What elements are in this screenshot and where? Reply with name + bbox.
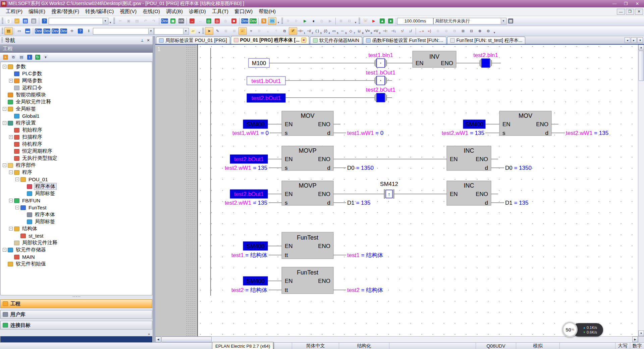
tree-item-21[interactable]: −FunTest bbox=[1, 204, 152, 211]
tab-4[interactable]: 函数/FB标签设置 FunTest [FUN:... bbox=[363, 37, 446, 44]
new-data-icon[interactable]: + bbox=[1, 53, 9, 61]
paste-data-icon[interactable]: ▤ bbox=[17, 53, 25, 61]
fbd-variable-SM400[interactable]: SM400 bbox=[243, 120, 268, 129]
fbd-variable-SM400[interactable]: SM400 bbox=[243, 277, 268, 285]
expand-icon[interactable]: + bbox=[9, 79, 13, 83]
mdi-close-button[interactable]: ✕ bbox=[635, 9, 643, 15]
write-to-plc-icon[interactable]: → bbox=[188, 17, 196, 25]
toolbar-overflow-icon[interactable]: ▾ bbox=[197, 28, 201, 35]
device-monitor-find-icon[interactable]: ▣ bbox=[169, 17, 177, 25]
tree-item-12[interactable]: 待机程序 bbox=[1, 141, 152, 148]
menu-item-9[interactable]: 工具(T) bbox=[209, 7, 231, 16]
tree-item-6[interactable]: 全局软元件注释 bbox=[1, 98, 152, 105]
tree-item-15[interactable]: −程序部件 bbox=[1, 162, 152, 169]
tree-item-9[interactable]: −程序设置 bbox=[1, 119, 152, 127]
panel-button-1[interactable]: 工程 bbox=[0, 299, 152, 308]
vertical-scroll-thumb[interactable] bbox=[639, 51, 644, 81]
toolbar-overflow-icon[interactable]: ▾ bbox=[354, 17, 358, 25]
fbd-variable-test2.bOut1[interactable]: test2.bOut1 bbox=[247, 94, 285, 102]
copy-data-icon[interactable]: ⧉ bbox=[9, 53, 17, 61]
fbd-operand-label[interactable]: D0 = 1350 bbox=[347, 165, 374, 171]
menu-item-6[interactable]: 在线(O) bbox=[140, 7, 163, 16]
simulation-settings-icon[interactable]: ⁙ bbox=[361, 17, 370, 25]
toolbar1-grip[interactable] bbox=[113, 18, 115, 24]
monitor-start-icon[interactable]: ▶ bbox=[301, 17, 309, 25]
vertical-scrollbar[interactable]: ▲ ▼ bbox=[638, 45, 644, 336]
device-display-2-icon[interactable]: Dev bbox=[249, 17, 257, 25]
tree-item-28[interactable]: MAIN bbox=[1, 253, 152, 260]
tree-item-7[interactable]: −全局标签 bbox=[1, 105, 152, 112]
save-project-icon[interactable]: ▤ bbox=[21, 17, 30, 25]
open-project-icon[interactable]: ▱ bbox=[13, 17, 21, 25]
tree-item-14[interactable]: 无执行类型指定 bbox=[1, 155, 152, 162]
falling-closed-contact-icon[interactable]: ↓/ bbox=[406, 27, 415, 35]
toolbar1-grip[interactable] bbox=[281, 18, 283, 24]
collapse-icon[interactable]: − bbox=[3, 65, 6, 68]
fbd-operand-label[interactable]: test1.wW1 = 0 bbox=[232, 130, 269, 136]
panel-chevron[interactable]: » bbox=[0, 332, 153, 336]
fbd-variable-test1.bOut1[interactable]: test1.bOut1 bbox=[247, 77, 285, 85]
refresh-icon[interactable]: ↻ bbox=[34, 53, 42, 61]
scroll-right-arrow[interactable]: ▶ bbox=[632, 337, 638, 342]
insert-row-icon[interactable]: ⫧ bbox=[247, 27, 255, 35]
minimize-button[interactable]: — bbox=[609, 1, 620, 7]
monitor-stop-icon[interactable]: ∎ bbox=[309, 17, 318, 25]
panel-grip[interactable] bbox=[1, 38, 3, 43]
fbd-contact-SM412[interactable]: ↑SM412 bbox=[380, 181, 398, 199]
toolbar1-grip[interactable] bbox=[2, 18, 3, 24]
help-context-icon[interactable]: ? bbox=[76, 27, 85, 35]
collapse-icon[interactable]: − bbox=[3, 163, 6, 167]
tree-item-26[interactable]: 局部软元件注释 bbox=[1, 239, 152, 246]
tree-item-1[interactable]: −参数 bbox=[1, 63, 152, 70]
project-window-toggle-icon[interactable]: ▤ bbox=[4, 27, 13, 35]
fbd-coil-test1.bOut1[interactable]: test1.bOut1 bbox=[366, 69, 395, 85]
expand-icon[interactable]: + bbox=[9, 135, 13, 139]
label-selector[interactable]: ▼ bbox=[93, 28, 154, 35]
fbd-operand-label[interactable]: D1 = 135 bbox=[505, 200, 528, 206]
fbd-operand-label[interactable]: test2.wW1 = 135 bbox=[225, 200, 267, 206]
fbd-coil-test2.bln1[interactable]: test2.bln1 bbox=[473, 52, 498, 67]
mdi-restore-button[interactable]: ❐ bbox=[626, 9, 634, 15]
closed-coil-icon[interactable]: (/)4 bbox=[322, 27, 331, 35]
network-delete-icon[interactable]: ⊟ bbox=[467, 27, 476, 35]
toolbar-overflow-icon[interactable]: ▾ bbox=[492, 28, 496, 35]
fbd-variable-SM400[interactable]: SM400 bbox=[243, 242, 268, 250]
tree-item-16[interactable]: −程序 bbox=[1, 169, 152, 176]
pin-icon[interactable]: ⟂ bbox=[139, 38, 145, 43]
toolbar2-grip[interactable] bbox=[2, 28, 3, 35]
close-button[interactable]: ✕ bbox=[632, 1, 643, 7]
fbd-block-inc[interactable]: INCENENOd bbox=[447, 146, 491, 171]
menu-item-10[interactable]: 窗口(W) bbox=[231, 7, 256, 16]
local-device-exec-combo[interactable]: 局部软元件未执行▼ bbox=[433, 18, 506, 24]
collapse-icon[interactable]: − bbox=[15, 206, 19, 209]
verify-stop-icon[interactable]: ■ bbox=[230, 17, 238, 25]
panel-button-3[interactable]: 连接目标 bbox=[0, 321, 152, 330]
collapse-icon[interactable]: − bbox=[3, 107, 6, 111]
closed-contact-icon[interactable]: ⊣/2 bbox=[306, 27, 314, 35]
tree-item-27[interactable]: −软元件存储器 bbox=[1, 246, 152, 253]
rising-closed-contact-icon[interactable]: ↑/ bbox=[398, 27, 406, 35]
fbd-operand-label[interactable]: test2.wW1 = 135 bbox=[442, 130, 484, 136]
fbd-block-mov[interactable]: MOVENENOsd bbox=[499, 111, 551, 136]
tree-item-29[interactable]: 软元件初始值 bbox=[1, 260, 152, 267]
collapse-icon[interactable]: − bbox=[9, 199, 13, 202]
fbd-block-mov[interactable]: MOVENENOsd bbox=[282, 111, 333, 136]
cross-reference-icon[interactable]: ✛ bbox=[68, 27, 76, 35]
sort-menu-icon[interactable]: ▾ bbox=[42, 53, 50, 61]
network-insert-icon[interactable]: ⊞ bbox=[459, 27, 467, 35]
fbd-operand-label[interactable]: test1 = 结构体 bbox=[347, 252, 383, 258]
mdi-minimize-button[interactable]: — bbox=[617, 9, 625, 15]
fbd-block-movp[interactable]: MOVPENENOsd bbox=[282, 181, 333, 206]
horizontal-line-icon[interactable]: ─6 bbox=[339, 27, 347, 35]
fbd-operand-label[interactable]: test2 = 结构体 bbox=[347, 287, 383, 293]
scroll-left-arrow[interactable]: ◀ bbox=[155, 337, 161, 342]
var-assign-icon[interactable]: V=9 bbox=[364, 27, 373, 35]
coil-icon[interactable]: ( )3 bbox=[314, 27, 322, 35]
fbd-block-movp[interactable]: MOVPENENOsd bbox=[282, 146, 333, 171]
tree-item-3[interactable]: +网络参数 bbox=[1, 77, 152, 84]
fbd-block-funtest[interactable]: FunTestENENOtt bbox=[282, 267, 333, 294]
net-speed-widget[interactable]: ▲0.1K/s ▼0.6K/s 50% bbox=[562, 321, 604, 338]
device-note-display-icon[interactable]: Dev bbox=[51, 27, 59, 35]
fbd-variable-test2.bOut1[interactable]: test2.bOut1 bbox=[230, 155, 268, 163]
help-icon[interactable]: ? bbox=[40, 17, 49, 25]
